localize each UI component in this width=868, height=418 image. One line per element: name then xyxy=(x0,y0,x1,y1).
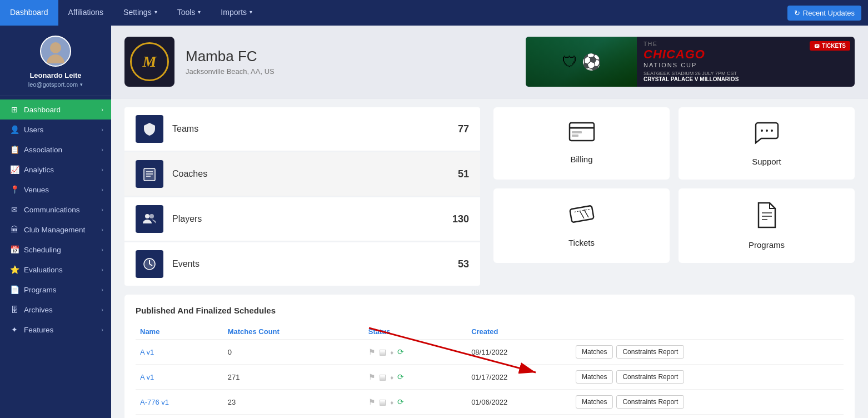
sidebar-item-club-management-label: Club Management xyxy=(24,226,85,234)
schedule-name-link[interactable]: A-776 v1 xyxy=(140,398,169,406)
doc-icon: ▤ xyxy=(379,347,386,356)
user-email[interactable]: leo@gotsport.com ▾ xyxy=(28,81,83,88)
quicklink-programs[interactable]: Programs xyxy=(679,188,855,263)
programs-icon: 📄 xyxy=(9,285,19,294)
stat-card-players[interactable]: Players 130 xyxy=(124,197,480,241)
matches-button[interactable]: Matches xyxy=(576,395,613,409)
programs-ql-icon xyxy=(755,202,779,233)
doc-icon: ▤ xyxy=(379,397,386,406)
svg-point-0 xyxy=(50,42,61,53)
schedules-table: Name Matches Count Status Created A v1 0… xyxy=(136,324,844,415)
coaches-icon-box xyxy=(136,160,163,188)
sidebar-item-venues-label: Venues xyxy=(24,186,49,194)
stat-card-teams[interactable]: Teams 77 xyxy=(124,107,480,151)
club-logo-letter: M xyxy=(143,53,157,71)
players-label: Players xyxy=(172,214,443,224)
nav-affiliations[interactable]: Affiliations xyxy=(58,0,114,26)
features-icon: ✦ xyxy=(9,325,19,334)
quicklink-tickets[interactable]: Tickets xyxy=(493,188,670,263)
schedule-name-link[interactable]: A v1 xyxy=(140,373,154,381)
communications-icon: ✉ xyxy=(9,205,19,214)
recent-updates-button[interactable]: ↻ Recent Updates xyxy=(787,6,861,21)
club-management-chevron-icon: › xyxy=(101,226,103,233)
association-chevron-icon: › xyxy=(101,146,103,153)
schedule-created-cell: 08/11/2022 xyxy=(467,340,571,365)
top-navigation: Dashboard Affiliations Settings ▾ Tools … xyxy=(0,0,868,26)
sidebar-item-club-management[interactable]: 🏛 Club Management › xyxy=(0,220,111,240)
communications-chevron-icon: › xyxy=(101,206,103,213)
stat-card-coaches[interactable]: Coaches 51 xyxy=(124,152,480,196)
programs-ql-label: Programs xyxy=(749,240,785,250)
evaluations-chevron-icon: › xyxy=(101,266,103,273)
sidebar-item-users-label: Users xyxy=(24,126,43,134)
schedule-name-cell: A v1 xyxy=(136,340,223,365)
dashboard-chevron-icon: › xyxy=(101,106,103,113)
constraints-report-button[interactable]: Constraints Report xyxy=(616,345,684,359)
sidebar-item-association[interactable]: 📋 Association › xyxy=(0,140,111,160)
nav-tools[interactable]: Tools ▾ xyxy=(167,0,211,26)
club-header: M Mamba FC Jacksonville Beach, AA, US 🛡 … xyxy=(111,26,868,98)
sidebar-item-evaluations[interactable]: ⭐ Evaluations › xyxy=(0,260,111,280)
check-icon: ⟳ xyxy=(397,372,404,381)
tools-caret-icon: ▾ xyxy=(198,9,201,15)
matches-button[interactable]: Matches xyxy=(576,370,613,384)
quicklink-billing[interactable]: Billing xyxy=(493,107,670,180)
scheduling-icon: 📅 xyxy=(9,245,19,254)
promo-shield-right: ⚽ xyxy=(582,53,601,71)
sidebar-item-analytics[interactable]: 📈 Analytics › xyxy=(0,160,111,180)
sidebar-item-communications[interactable]: ✉ Communications › xyxy=(0,200,111,220)
quicklink-support[interactable]: Support xyxy=(679,107,855,180)
events-count: 53 xyxy=(458,258,469,270)
coaches-label: Coaches xyxy=(172,169,449,179)
sidebar-item-users[interactable]: 👤 Users › xyxy=(0,120,111,140)
sidebar-item-dashboard[interactable]: ⊞ Dashboard › xyxy=(0,99,111,120)
nav-imports[interactable]: Imports ▾ xyxy=(211,0,262,26)
col-actions xyxy=(571,324,844,340)
sidebar-item-programs-label: Programs xyxy=(24,286,57,294)
quick-links: Billing Support xyxy=(493,107,855,286)
sidebar-item-dashboard-label: Dashboard xyxy=(24,106,61,114)
promo-subtitle: NATIONS CUP xyxy=(643,62,848,68)
users-icon: 👤 xyxy=(9,125,19,134)
svg-point-16 xyxy=(766,130,768,132)
svg-rect-13 xyxy=(572,131,582,133)
tag-icon: ⬧ xyxy=(390,372,394,381)
col-name: Name xyxy=(136,324,223,340)
nav-dashboard[interactable]: Dashboard xyxy=(0,0,58,26)
svg-line-19 xyxy=(574,210,590,212)
flag-icon: ⚑ xyxy=(368,347,376,356)
support-icon xyxy=(754,121,780,150)
sidebar-item-archives[interactable]: 🗄 Archives › xyxy=(0,300,111,320)
col-status: Status xyxy=(364,324,467,340)
promo-banner[interactable]: 🛡 ⚽ THE CHICAGO NATIONS CUP SEATGEEK STA… xyxy=(526,37,855,87)
club-location: Jacksonville Beach, AA, US xyxy=(186,67,515,76)
schedules-section: Published And Finalized Schedules Name M… xyxy=(124,295,855,418)
sidebar-item-scheduling[interactable]: 📅 Scheduling › xyxy=(0,240,111,260)
teams-count: 77 xyxy=(458,123,469,135)
schedule-name-link[interactable]: A v1 xyxy=(140,348,154,356)
schedule-status-cell: ⚑ ▤ ⬧ ⟳ xyxy=(364,340,467,365)
recent-updates-label: Recent Updates xyxy=(803,9,855,17)
tag-icon: ⬧ xyxy=(390,397,394,406)
doc-icon: ▤ xyxy=(379,372,386,381)
support-label: Support xyxy=(752,157,781,166)
user-name: Leonardo Leite xyxy=(29,71,81,79)
nav-settings[interactable]: Settings ▾ xyxy=(113,0,167,26)
sidebar-item-scheduling-label: Scheduling xyxy=(24,246,61,254)
sidebar-item-programs[interactable]: 📄 Programs › xyxy=(0,280,111,300)
club-logo: M xyxy=(124,37,174,87)
constraints-report-button[interactable]: Constraints Report xyxy=(616,370,684,384)
quick-links-row-1: Billing Support xyxy=(493,107,855,180)
sidebar-item-evaluations-label: Evaluations xyxy=(24,266,63,274)
teams-icon-box xyxy=(136,115,163,143)
matches-button[interactable]: Matches xyxy=(576,345,613,359)
promo-tickets-button[interactable]: 🎟 TICKETS xyxy=(810,41,850,51)
constraints-report-button[interactable]: Constraints Report xyxy=(616,395,684,409)
sidebar-item-features[interactable]: ✦ Features › xyxy=(0,320,111,340)
schedule-name-cell: A-776 v1 xyxy=(136,390,223,415)
club-name: Mamba FC xyxy=(186,48,515,65)
promo-details: SEATGEEK STADIUM 26 JULY 7PM CST xyxy=(643,71,848,76)
stat-card-events[interactable]: Events 53 xyxy=(124,242,480,286)
coaches-count: 51 xyxy=(458,168,469,180)
sidebar-item-venues[interactable]: 📍 Venues › xyxy=(0,180,111,200)
